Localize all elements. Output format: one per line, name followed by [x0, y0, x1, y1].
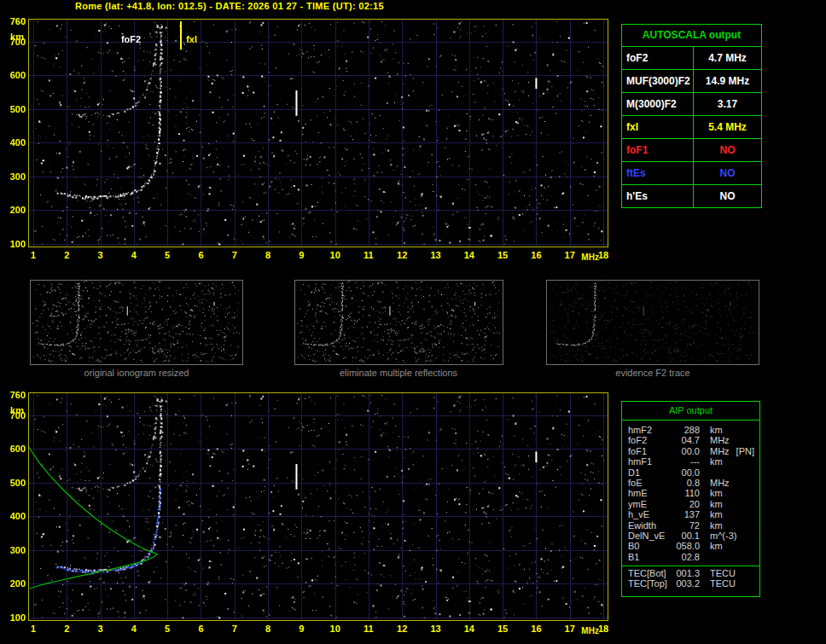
y-tick-label: 300 [1, 545, 26, 555]
y-tick-label: 600 [1, 70, 26, 80]
aip-param-value: 04.7 [672, 435, 700, 445]
aip-table-title: AIP output [622, 402, 759, 421]
aip-param-value: 137 [672, 509, 700, 519]
aip-tec-rows: TEC[Bot]001.3TECUTEC[Top]003.2TECU [622, 566, 759, 589]
aip-param-label: hmE [628, 488, 672, 498]
aip-row: D100.0 [628, 467, 756, 478]
aip-param-unit: MHz [710, 446, 730, 456]
aip-param-unit: km [710, 520, 723, 531]
x-tick-label: 9 [293, 624, 310, 634]
autoscala-output-screen: Rome (lat: +41.8, lon: 012.5) - DATE: 20… [0, 0, 826, 644]
y-tick-label: 600 [1, 444, 26, 454]
aip-param-unit: m^(-3) [710, 531, 736, 541]
y-tick-label: 500 [1, 478, 26, 488]
x-tick-label: 6 [192, 250, 209, 260]
ionogram-canvas-bottom [29, 393, 608, 620]
aip-param-unit: km [710, 456, 723, 467]
aip-param-value: 00.0 [672, 446, 700, 456]
x-tick-label: 3 [92, 250, 109, 260]
aip-param-unit: MHz [710, 478, 730, 488]
x-tick-label: 6 [192, 624, 209, 634]
x-tick-label: 4 [125, 624, 143, 634]
ionogram-plot-top [28, 19, 608, 247]
aip-row: hmF2288km [628, 425, 756, 435]
aip-param-value: 00.0 [672, 467, 700, 478]
aip-row: hmF1---km [628, 456, 756, 467]
autoscala-row: foF24.7 MHz [622, 47, 761, 70]
autoscala-param-value: NO [694, 185, 761, 207]
x-tick-label: 15 [494, 624, 511, 634]
autoscala-param-label: ftEs [622, 162, 694, 184]
x-tick-label: 17 [561, 624, 579, 634]
aip-param-label: D1 [628, 467, 672, 478]
aip-param-value: 058.0 [672, 541, 700, 551]
x-tick-label: 10 [327, 250, 344, 260]
aip-param-value: 00.1 [672, 531, 700, 541]
x-tick-label: 5 [159, 250, 176, 260]
aip-param-unit: km [710, 509, 723, 519]
x-tick-label: 3 [92, 624, 109, 634]
autoscala-param-value: 5.4 MHz [694, 116, 761, 138]
x-tick-label: 1 [25, 624, 42, 634]
aip-param-value: 003.2 [672, 578, 700, 589]
autoscala-param-value: NO [694, 139, 761, 161]
aip-param-label: B0 [628, 541, 672, 551]
aip-param-label: hmF1 [628, 456, 672, 467]
y-tick-label: 500 [1, 104, 26, 114]
thumbnail-caption-original: original ionogram resized [51, 368, 222, 378]
thumbnail-evidence-f2-trace [546, 280, 759, 365]
aip-param-label: hmF2 [628, 425, 672, 435]
autoscala-row: fxI5.4 MHz [622, 116, 761, 139]
aip-param-value: 02.8 [672, 552, 700, 562]
autoscala-param-label: fxI [622, 116, 694, 138]
aip-param-label: foF1 [628, 446, 672, 456]
aip-param-value: --- [672, 456, 700, 467]
aip-param-label: TEC[Bot] [628, 568, 672, 578]
aip-param-unit: km [710, 541, 723, 551]
aip-param-unit: TECU [710, 578, 736, 589]
thumbnail-caption-eliminate: eliminate multiple reflections [313, 368, 484, 378]
y-tick-label: 300 [1, 171, 26, 182]
aip-param-note: [PN] [736, 446, 756, 456]
x-tick-label: 13 [428, 624, 445, 634]
station-date-header: Rome (lat: +41.8, lon: 012.5) - DATE: 20… [75, 1, 384, 11]
thumbnail-eliminate-multiples [294, 280, 503, 365]
x-tick-label: 12 [393, 250, 410, 260]
ionogram-plot-bottom [28, 392, 608, 621]
aip-param-unit: km [710, 425, 723, 435]
aip-param-label: DelN_vE [628, 531, 672, 541]
autoscala-row: ftEsNO [622, 162, 761, 185]
autoscala-table-rows: foF24.7 MHzMUF(3000)F214.9 MHzM(3000)F23… [622, 47, 761, 207]
aip-param-value: 72 [672, 520, 700, 531]
y-tick-label: 200 [1, 205, 26, 215]
thumbnail-caption-evidence: evidence F2 trace [567, 368, 738, 378]
aip-row: TEC[Bot]001.3TECU [628, 568, 756, 578]
aip-param-value: 110 [672, 488, 700, 498]
aip-row: B102.8 [628, 552, 756, 562]
aip-row: B0058.0km [628, 541, 756, 551]
x-tick-label: 7 [226, 250, 243, 260]
autoscala-table: AUTOSCALA output foF24.7 MHzMUF(3000)F21… [621, 24, 762, 208]
autoscala-param-label: MUF(3000)F2 [622, 70, 694, 92]
y-tick-label: 760 [1, 16, 26, 26]
thumbnail-canvas-original [31, 281, 241, 363]
aip-table: AIP output hmF2288kmfoF204.7MHzfoF100.0M… [621, 401, 760, 597]
aip-row: foF100.0MHz[PN] [628, 446, 756, 456]
autoscala-param-label: foF2 [622, 47, 694, 69]
aip-param-value: 0.8 [672, 478, 700, 488]
x-tick-label: 11 [360, 624, 377, 634]
y-tick-label: 100 [1, 239, 26, 249]
x-tick-label: 12 [393, 624, 410, 634]
aip-table-rows: hmF2288kmfoF204.7MHzfoF100.0MHz[PN]hmF1-… [622, 421, 759, 562]
y-tick-label: 200 [1, 578, 26, 589]
aip-row: DelN_vE00.1m^(-3) [628, 531, 756, 541]
aip-param-value: 001.3 [672, 568, 700, 578]
autoscala-param-value: 4.7 MHz [694, 47, 761, 69]
aip-row: ymE20km [628, 499, 756, 509]
thumbnail-canvas-evidence-f2 [547, 281, 757, 363]
x-tick-label: 2 [58, 624, 75, 634]
aip-row: h_vE137km [628, 509, 756, 519]
y-axis-unit: km [1, 32, 24, 42]
autoscala-row: MUF(3000)F214.9 MHz [622, 70, 761, 93]
aip-param-unit: km [710, 499, 723, 509]
